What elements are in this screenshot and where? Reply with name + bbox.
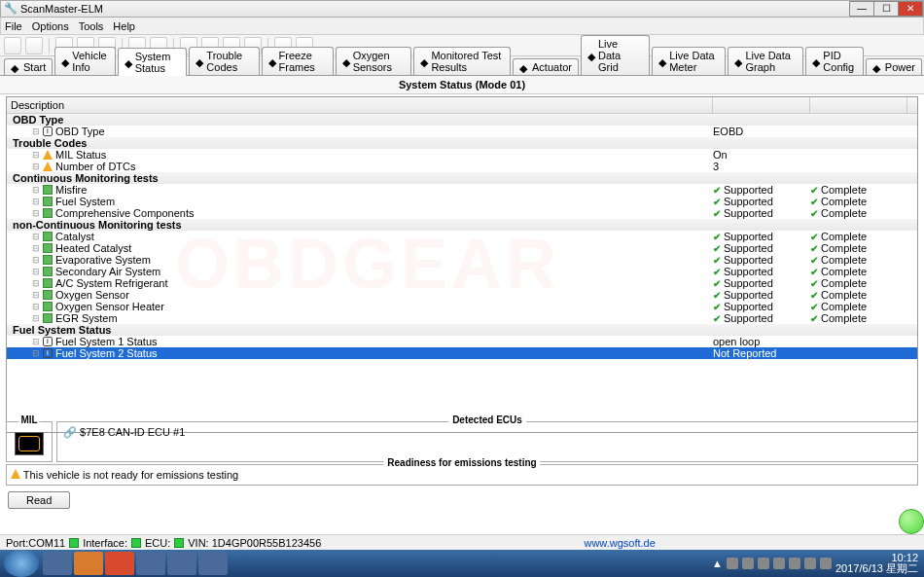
status-row[interactable]: ⊟i OBD TypeEOBD xyxy=(7,126,917,137)
ecus-title: Detected ECUs xyxy=(448,415,526,425)
tray-chevron-icon[interactable]: ▲ xyxy=(712,558,723,569)
toolbar-button[interactable] xyxy=(4,37,21,54)
tab-live-data-grid[interactable]: ◆Live Data Grid xyxy=(581,35,650,75)
taskbar-item[interactable] xyxy=(136,552,165,575)
status-interface-label: Interface: xyxy=(83,537,127,549)
tray-icon[interactable] xyxy=(758,558,769,569)
statusbar: Port: COM11 Interface: ECU: VIN: 1D4GP00… xyxy=(0,534,924,550)
interface-led-icon xyxy=(131,538,141,548)
tab-actuator[interactable]: ◆Actuator xyxy=(513,58,579,75)
tray-icon[interactable] xyxy=(742,558,754,569)
group-header[interactable]: Fuel System Status xyxy=(7,324,917,336)
menubar: File Options Tools Help xyxy=(0,18,924,35)
app-icon: 🔧 xyxy=(4,2,18,16)
mil-icon xyxy=(15,432,44,455)
tab-oxygen-sensors[interactable]: ◆Oxygen Sensors xyxy=(336,47,412,75)
ecu-led-icon xyxy=(174,538,184,548)
status-port-value: COM11 xyxy=(28,537,65,549)
port-led-icon xyxy=(69,538,79,548)
group-header[interactable]: Continuous Monitoring tests xyxy=(7,172,917,184)
tray-icon[interactable] xyxy=(820,558,832,569)
tab-freeze-frames[interactable]: ◆Freeze Frames xyxy=(262,47,334,75)
column-supported[interactable] xyxy=(713,97,810,113)
mil-panel: MIL xyxy=(6,421,53,462)
status-row[interactable]: ⊟i Fuel System 2 StatusNot Reported xyxy=(7,347,917,359)
window-titlebar: 🔧 ScanMaster-ELM — ☐ ✕ xyxy=(0,0,924,18)
readiness-message: This vehicle is not ready for emissions … xyxy=(23,469,238,481)
group-header[interactable]: non-Continuous Monitoring tests xyxy=(7,219,917,231)
tab-monitored-test-results[interactable]: ◆Monitored Test Results xyxy=(413,47,511,75)
close-button[interactable]: ✕ xyxy=(898,1,923,17)
readiness-title: Readiness for emissions testing xyxy=(383,457,540,468)
window-title: ScanMaster-ELM xyxy=(20,3,850,15)
status-row[interactable]: ⊟ Number of DTCs3 xyxy=(7,161,917,172)
status-row[interactable]: ⊟ Oxygen Sensor✔ Supported✔ Complete xyxy=(7,289,917,301)
panel-title: System Status (Mode 01) xyxy=(0,76,924,94)
tab-live-data-meter[interactable]: ◆Live Data Meter xyxy=(652,47,726,75)
detected-ecus-panel: Detected ECUs 🔗 $7E8 CAN-ID ECU #1 xyxy=(56,421,918,462)
ecu-row[interactable]: 🔗 $7E8 CAN-ID ECU #1 xyxy=(63,426,911,439)
tab-pid-config[interactable]: ◆PID Config xyxy=(805,47,863,75)
taskbar-item[interactable] xyxy=(198,552,228,575)
minimize-button[interactable]: — xyxy=(849,1,874,17)
maximize-button[interactable]: ☐ xyxy=(873,1,899,17)
tab-start[interactable]: ◆Start xyxy=(4,58,53,75)
status-row[interactable]: ⊟ Comprehensive Components✔ Supported✔ C… xyxy=(7,207,917,219)
status-url[interactable]: www.wgsoft.de xyxy=(584,537,655,549)
status-row[interactable]: ⊟ Fuel System✔ Supported✔ Complete xyxy=(7,196,917,207)
taskbar-item[interactable] xyxy=(167,552,196,575)
status-grid: Description OBD Type⊟i OBD TypeEOBDTroub… xyxy=(6,96,918,433)
tray-icon[interactable] xyxy=(773,558,785,569)
tab-live-data-graph[interactable]: ◆Live Data Graph xyxy=(728,47,803,75)
column-description[interactable]: Description xyxy=(7,97,713,113)
read-button[interactable]: Read xyxy=(8,491,70,509)
tray-icon[interactable] xyxy=(789,558,800,569)
status-port-label: Port: xyxy=(6,537,28,549)
taskbar-item[interactable] xyxy=(43,552,72,575)
readiness-panel: Readiness for emissions testing This veh… xyxy=(6,464,918,486)
tab-system-status[interactable]: ◆System Status xyxy=(118,48,188,76)
taskbar: ▲ 10:122017/6/13 星期二 xyxy=(0,550,924,577)
status-row[interactable]: ⊟ A/C System Refrigerant✔ Supported✔ Com… xyxy=(7,277,917,289)
taskbar-item[interactable] xyxy=(105,552,134,575)
status-row[interactable]: ⊟i Fuel System 1 Statusopen loop xyxy=(7,336,917,347)
status-row[interactable]: ⊟ Catalyst✔ Supported✔ Complete xyxy=(7,231,917,242)
tab-trouble-codes[interactable]: ◆Trouble Codes xyxy=(189,47,259,75)
status-row[interactable]: ⊟ EGR System✔ Supported✔ Complete xyxy=(7,312,917,324)
start-button[interactable] xyxy=(4,550,39,577)
group-header[interactable]: OBD Type xyxy=(7,114,917,126)
menu-tools[interactable]: Tools xyxy=(79,20,104,32)
taskbar-item[interactable] xyxy=(74,552,103,575)
menu-help[interactable]: Help xyxy=(113,20,135,32)
warning-icon xyxy=(11,469,20,479)
status-row[interactable]: ⊟ MIL StatusOn xyxy=(7,149,917,161)
floating-action-icon[interactable] xyxy=(899,509,924,534)
status-row[interactable]: ⊟ Evaporative System✔ Supported✔ Complet… xyxy=(7,254,917,266)
menu-file[interactable]: File xyxy=(5,20,22,32)
menu-options[interactable]: Options xyxy=(32,20,69,32)
status-row[interactable]: ⊟ Oxygen Sensor Heater✔ Supported✔ Compl… xyxy=(7,301,917,312)
status-row[interactable]: ⊟ Misfire✔ Supported✔ Complete xyxy=(7,184,917,196)
status-row[interactable]: ⊟ Heated Catalyst✔ Supported✔ Complete xyxy=(7,242,917,254)
status-ecu-label: ECU: xyxy=(145,537,170,549)
group-header[interactable]: Trouble Codes xyxy=(7,137,917,149)
tabbar: ◆Start◆Vehicle Info◆System Status◆Troubl… xyxy=(0,56,924,76)
column-complete[interactable] xyxy=(810,97,907,113)
tab-vehicle-info[interactable]: ◆Vehicle Info xyxy=(54,47,115,75)
tray-icon[interactable] xyxy=(727,558,738,569)
tab-power[interactable]: ◆Power xyxy=(866,58,922,75)
tray-icon[interactable] xyxy=(804,558,816,569)
status-row[interactable]: ⊟ Secondary Air System✔ Supported✔ Compl… xyxy=(7,266,917,277)
mil-label: MIL xyxy=(18,415,39,425)
toolbar-button[interactable] xyxy=(25,37,43,54)
status-vin: VIN: 1D4GP00R55B123456 xyxy=(188,537,321,549)
system-clock[interactable]: 10:122017/6/13 星期二 xyxy=(835,553,918,574)
